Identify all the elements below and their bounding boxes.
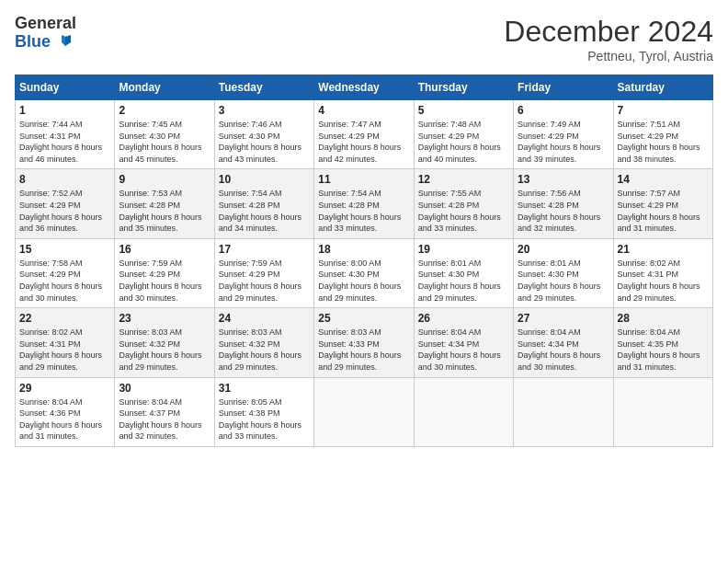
- logo-text: General Blue: [15, 15, 76, 52]
- table-row: 23 Sunrise: 8:03 AM Sunset: 4:32 PM Dayl…: [115, 308, 214, 377]
- table-row: 4 Sunrise: 7:47 AM Sunset: 4:29 PM Dayli…: [314, 100, 414, 169]
- day-number: 18: [318, 243, 409, 256]
- calendar-week-row: 22 Sunrise: 8:02 AM Sunset: 4:31 PM Dayl…: [16, 308, 713, 377]
- day-info: Sunrise: 7:52 AM Sunset: 4:29 PM Dayligh…: [19, 188, 110, 234]
- day-info: Sunrise: 8:04 AM Sunset: 4:37 PM Dayligh…: [119, 396, 210, 442]
- table-row: 24 Sunrise: 8:03 AM Sunset: 4:32 PM Dayl…: [214, 308, 313, 377]
- day-number: 15: [19, 243, 110, 256]
- day-number: 1: [19, 104, 110, 117]
- table-row: 5 Sunrise: 7:48 AM Sunset: 4:29 PM Dayli…: [414, 100, 513, 169]
- day-info: Sunrise: 7:47 AM Sunset: 4:29 PM Dayligh…: [318, 119, 409, 165]
- table-row: 1 Sunrise: 7:44 AM Sunset: 4:31 PM Dayli…: [16, 100, 115, 169]
- table-row: 17 Sunrise: 7:59 AM Sunset: 4:29 PM Dayl…: [214, 238, 313, 307]
- day-number: 22: [19, 312, 110, 325]
- day-info: Sunrise: 8:05 AM Sunset: 4:38 PM Dayligh…: [219, 396, 310, 442]
- calendar-header-row: Sunday Monday Tuesday Wednesday Thursday…: [16, 75, 713, 100]
- col-monday: Monday: [115, 75, 214, 100]
- col-sunday: Sunday: [16, 75, 115, 100]
- day-info: Sunrise: 7:59 AM Sunset: 4:29 PM Dayligh…: [119, 258, 210, 304]
- day-info: Sunrise: 8:02 AM Sunset: 4:31 PM Dayligh…: [618, 258, 709, 304]
- day-info: Sunrise: 7:54 AM Sunset: 4:28 PM Dayligh…: [318, 188, 409, 234]
- day-number: 2: [119, 104, 210, 117]
- day-number: 29: [19, 382, 110, 395]
- day-info: Sunrise: 7:56 AM Sunset: 4:28 PM Dayligh…: [518, 188, 609, 234]
- day-number: 27: [518, 312, 609, 325]
- day-number: 30: [119, 382, 210, 395]
- day-number: 11: [318, 173, 409, 186]
- table-row: 14 Sunrise: 7:57 AM Sunset: 4:29 PM Dayl…: [613, 169, 712, 238]
- table-row: 12 Sunrise: 7:55 AM Sunset: 4:28 PM Dayl…: [414, 169, 513, 238]
- col-friday: Friday: [514, 75, 613, 100]
- page-header: General Blue December 2024 Pettneu, Tyro…: [15, 15, 713, 63]
- day-info: Sunrise: 8:03 AM Sunset: 4:32 PM Dayligh…: [119, 327, 210, 373]
- table-row: 8 Sunrise: 7:52 AM Sunset: 4:29 PM Dayli…: [16, 169, 115, 238]
- day-number: 3: [219, 104, 310, 117]
- day-info: Sunrise: 7:51 AM Sunset: 4:29 PM Dayligh…: [618, 119, 709, 165]
- day-info: Sunrise: 7:44 AM Sunset: 4:31 PM Dayligh…: [19, 119, 110, 165]
- day-number: 17: [219, 243, 310, 256]
- day-info: Sunrise: 7:59 AM Sunset: 4:29 PM Dayligh…: [219, 258, 310, 304]
- table-row: 27 Sunrise: 8:04 AM Sunset: 4:34 PM Dayl…: [514, 308, 613, 377]
- day-number: 31: [219, 382, 310, 395]
- table-row: [414, 377, 513, 446]
- day-number: 9: [119, 173, 210, 186]
- day-info: Sunrise: 8:00 AM Sunset: 4:30 PM Dayligh…: [318, 258, 409, 304]
- day-number: 25: [318, 312, 409, 325]
- table-row: [314, 377, 414, 446]
- table-row: 7 Sunrise: 7:51 AM Sunset: 4:29 PM Dayli…: [613, 100, 712, 169]
- day-number: 8: [19, 173, 110, 186]
- table-row: 13 Sunrise: 7:56 AM Sunset: 4:28 PM Dayl…: [514, 169, 613, 238]
- day-number: 5: [418, 104, 509, 117]
- table-row: 15 Sunrise: 7:58 AM Sunset: 4:29 PM Dayl…: [16, 238, 115, 307]
- table-row: 2 Sunrise: 7:45 AM Sunset: 4:30 PM Dayli…: [115, 100, 214, 169]
- day-number: 24: [219, 312, 310, 325]
- table-row: 18 Sunrise: 8:00 AM Sunset: 4:30 PM Dayl…: [314, 238, 414, 307]
- table-row: 16 Sunrise: 7:59 AM Sunset: 4:29 PM Dayl…: [115, 238, 214, 307]
- day-number: 4: [318, 104, 409, 117]
- svg-marker-1: [65, 35, 71, 46]
- table-row: 10 Sunrise: 7:54 AM Sunset: 4:28 PM Dayl…: [214, 169, 313, 238]
- day-number: 23: [119, 312, 210, 325]
- day-number: 20: [518, 243, 609, 256]
- day-info: Sunrise: 8:04 AM Sunset: 4:35 PM Dayligh…: [618, 327, 709, 373]
- day-number: 7: [618, 104, 709, 117]
- day-number: 6: [518, 104, 609, 117]
- day-info: Sunrise: 7:57 AM Sunset: 4:29 PM Dayligh…: [618, 188, 709, 234]
- day-number: 13: [518, 173, 609, 186]
- calendar-table: Sunday Monday Tuesday Wednesday Thursday…: [15, 75, 713, 447]
- day-info: Sunrise: 8:03 AM Sunset: 4:33 PM Dayligh…: [318, 327, 409, 373]
- day-number: 19: [418, 243, 509, 256]
- day-number: 10: [219, 173, 310, 186]
- table-row: 29 Sunrise: 8:04 AM Sunset: 4:36 PM Dayl…: [16, 377, 115, 446]
- table-row: 21 Sunrise: 8:02 AM Sunset: 4:31 PM Dayl…: [613, 238, 712, 307]
- table-row: 31 Sunrise: 8:05 AM Sunset: 4:38 PM Dayl…: [214, 377, 313, 446]
- table-row: 30 Sunrise: 8:04 AM Sunset: 4:37 PM Dayl…: [115, 377, 214, 446]
- calendar-week-row: 8 Sunrise: 7:52 AM Sunset: 4:29 PM Dayli…: [16, 169, 713, 238]
- day-info: Sunrise: 7:45 AM Sunset: 4:30 PM Dayligh…: [119, 119, 210, 165]
- day-number: 26: [418, 312, 509, 325]
- table-row: 26 Sunrise: 8:04 AM Sunset: 4:34 PM Dayl…: [414, 308, 513, 377]
- col-thursday: Thursday: [414, 75, 513, 100]
- month-title: December 2024: [504, 15, 713, 49]
- day-info: Sunrise: 7:49 AM Sunset: 4:29 PM Dayligh…: [518, 119, 609, 165]
- day-info: Sunrise: 7:58 AM Sunset: 4:29 PM Dayligh…: [19, 258, 110, 304]
- day-info: Sunrise: 8:03 AM Sunset: 4:32 PM Dayligh…: [219, 327, 310, 373]
- table-row: 19 Sunrise: 8:01 AM Sunset: 4:30 PM Dayl…: [414, 238, 513, 307]
- day-info: Sunrise: 7:54 AM Sunset: 4:28 PM Dayligh…: [219, 188, 310, 234]
- location: Pettneu, Tyrol, Austria: [504, 49, 713, 63]
- day-number: 16: [119, 243, 210, 256]
- table-row: [613, 377, 712, 446]
- day-info: Sunrise: 7:55 AM Sunset: 4:28 PM Dayligh…: [418, 188, 509, 234]
- day-info: Sunrise: 8:01 AM Sunset: 4:30 PM Dayligh…: [418, 258, 509, 304]
- blue-bird-icon: [52, 33, 71, 52]
- col-tuesday: Tuesday: [214, 75, 313, 100]
- table-row: 22 Sunrise: 8:02 AM Sunset: 4:31 PM Dayl…: [16, 308, 115, 377]
- table-row: 11 Sunrise: 7:54 AM Sunset: 4:28 PM Dayl…: [314, 169, 414, 238]
- day-info: Sunrise: 8:04 AM Sunset: 4:34 PM Dayligh…: [518, 327, 609, 373]
- table-row: 25 Sunrise: 8:03 AM Sunset: 4:33 PM Dayl…: [314, 308, 414, 377]
- logo: General Blue: [15, 15, 76, 52]
- table-row: 6 Sunrise: 7:49 AM Sunset: 4:29 PM Dayli…: [514, 100, 613, 169]
- day-info: Sunrise: 7:48 AM Sunset: 4:29 PM Dayligh…: [418, 119, 509, 165]
- day-info: Sunrise: 8:04 AM Sunset: 4:36 PM Dayligh…: [19, 396, 110, 442]
- col-saturday: Saturday: [613, 75, 712, 100]
